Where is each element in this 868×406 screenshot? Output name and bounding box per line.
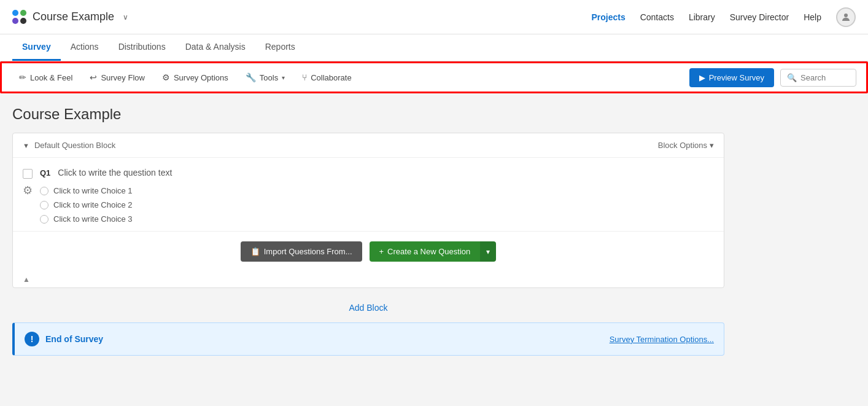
- toolbar-survey-options[interactable]: ⚙ Survey Options: [155, 69, 236, 86]
- user-avatar[interactable]: [836, 7, 856, 27]
- create-plus-icon: +: [379, 247, 384, 256]
- tools-label: Tools: [260, 73, 278, 82]
- choice-1[interactable]: Click to write Choice 1: [40, 184, 133, 198]
- tools-icon: 🔧: [246, 72, 256, 82]
- nav-help[interactable]: Help: [804, 12, 821, 22]
- app-logo-area: Course Example ∨: [12, 10, 128, 24]
- app-title-dropdown-icon[interactable]: ∨: [123, 13, 128, 21]
- look-feel-icon: ✏: [19, 72, 26, 82]
- block-options-arrow-icon: ▾: [710, 141, 714, 150]
- survey-options-icon: ⚙: [162, 72, 170, 82]
- add-block-label: Add Block: [349, 303, 387, 313]
- svg-point-0: [844, 14, 848, 17]
- block-actions: 📋 Import Questions From... + Create a Ne…: [13, 231, 724, 271]
- choice-2[interactable]: Click to write Choice 2: [40, 198, 133, 212]
- import-label: Import Questions From...: [264, 247, 352, 256]
- nav-contacts[interactable]: Contacts: [640, 12, 674, 22]
- import-questions-button[interactable]: 📋 Import Questions From...: [241, 241, 362, 262]
- search-box[interactable]: 🔍: [780, 69, 856, 87]
- logo-dot-green: [20, 10, 26, 16]
- preview-label: Preview Survey: [709, 73, 764, 82]
- question-checkbox[interactable]: [23, 169, 33, 179]
- survey-flow-icon: ↩: [90, 72, 97, 82]
- question-row: Q1 Click to write the question text: [13, 158, 724, 184]
- create-question-dropdown-button[interactable]: ▾: [480, 241, 496, 262]
- top-nav-links: Projects Contacts Library Survey Directo…: [591, 7, 856, 27]
- choices-list: Click to write Choice 1 Click to write C…: [40, 184, 133, 226]
- end-of-survey-section: ! End of Survey Survey Termination Optio…: [12, 322, 724, 356]
- tab-distributions[interactable]: Distributions: [109, 34, 176, 61]
- survey-options-label: Survey Options: [174, 73, 228, 82]
- block-collapse-icon[interactable]: ▼: [23, 142, 29, 149]
- logo-dots: [12, 10, 26, 24]
- add-block[interactable]: Add Block: [12, 295, 724, 320]
- survey-termination-options-link[interactable]: Survey Termination Options...: [610, 335, 714, 344]
- search-icon: 🔍: [787, 73, 797, 82]
- tab-survey[interactable]: Survey: [12, 34, 61, 61]
- collaborate-label: Collaborate: [311, 73, 352, 82]
- toolbar-collaborate[interactable]: ⑂ Collaborate: [295, 69, 359, 86]
- block-header-left: ▼ Default Question Block: [23, 141, 115, 150]
- survey-tabs: Survey Actions Distributions Data & Anal…: [0, 34, 868, 61]
- toolbar-survey-flow[interactable]: ↩ Survey Flow: [82, 69, 152, 86]
- block-bottom: ▲: [13, 271, 724, 287]
- logo-dot-dark: [20, 18, 26, 24]
- toolbar-tools[interactable]: 🔧 Tools ▾: [238, 69, 292, 86]
- block-collapse-up-icon[interactable]: ▲: [23, 275, 30, 284]
- page-title: Course Example: [12, 106, 724, 123]
- warning-icon: !: [25, 332, 39, 346]
- question-block: ▼ Default Question Block Block Options ▾…: [12, 133, 724, 288]
- app-title: Course Example: [33, 10, 114, 23]
- toolbar-look-feel[interactable]: ✏ Look & Feel: [12, 69, 80, 86]
- toolbar-left-items: ✏ Look & Feel ↩ Survey Flow ⚙ Survey Opt…: [12, 69, 359, 86]
- look-feel-label: Look & Feel: [30, 73, 72, 82]
- tab-actions[interactable]: Actions: [61, 34, 109, 61]
- top-navigation: Course Example ∨ Projects Contacts Libra…: [0, 0, 868, 34]
- choice-3-text: Click to write Choice 3: [53, 214, 133, 224]
- block-title: Default Question Block: [34, 141, 115, 150]
- logo-dot-blue: [12, 10, 18, 16]
- create-label: Create a New Question: [387, 247, 470, 256]
- tools-dropdown-icon: ▾: [282, 74, 285, 81]
- end-of-survey-title: End of Survey: [45, 334, 103, 344]
- choice-2-text: Click to write Choice 2: [53, 200, 133, 209]
- radio-icon-2: [40, 201, 48, 209]
- logo-dot-purple: [12, 18, 18, 24]
- question-text[interactable]: Click to write the question text: [58, 168, 172, 178]
- preview-survey-button[interactable]: ▶ Preview Survey: [689, 68, 774, 87]
- nav-survey-director[interactable]: Survey Director: [730, 12, 789, 22]
- collaborate-icon: ⑂: [302, 72, 307, 82]
- question-settings-row: ⚙ Click to write Choice 1 Click to write…: [13, 184, 724, 231]
- tab-data-analysis[interactable]: Data & Analysis: [176, 34, 255, 61]
- choice-3[interactable]: Click to write Choice 3: [40, 212, 133, 226]
- search-input[interactable]: [800, 73, 850, 82]
- main-content: Course Example ▼ Default Question Block …: [0, 93, 737, 356]
- preview-icon: ▶: [699, 73, 705, 82]
- create-new-question-button[interactable]: + Create a New Question: [370, 241, 481, 262]
- nav-projects[interactable]: Projects: [591, 12, 625, 22]
- toolbar-right-items: ▶ Preview Survey 🔍: [689, 68, 856, 87]
- survey-flow-label: Survey Flow: [101, 73, 145, 82]
- create-dropdown-icon: ▾: [486, 248, 490, 256]
- import-icon: 📋: [250, 247, 260, 256]
- question-gear-icon[interactable]: ⚙: [23, 184, 33, 226]
- create-question-group: + Create a New Question ▾: [370, 241, 497, 262]
- radio-icon-3: [40, 215, 48, 224]
- choice-1-text: Click to write Choice 1: [53, 186, 133, 195]
- block-options-label: Block Options: [658, 141, 707, 150]
- tab-reports[interactable]: Reports: [255, 34, 305, 61]
- radio-icon-1: [40, 187, 48, 195]
- block-options-dropdown[interactable]: Block Options ▾: [658, 141, 714, 150]
- nav-library[interactable]: Library: [689, 12, 715, 22]
- end-of-survey-left: ! End of Survey: [25, 332, 103, 346]
- block-header: ▼ Default Question Block Block Options ▾: [13, 133, 724, 158]
- survey-toolbar: ✏ Look & Feel ↩ Survey Flow ⚙ Survey Opt…: [0, 61, 868, 93]
- question-number: Q1: [40, 168, 50, 178]
